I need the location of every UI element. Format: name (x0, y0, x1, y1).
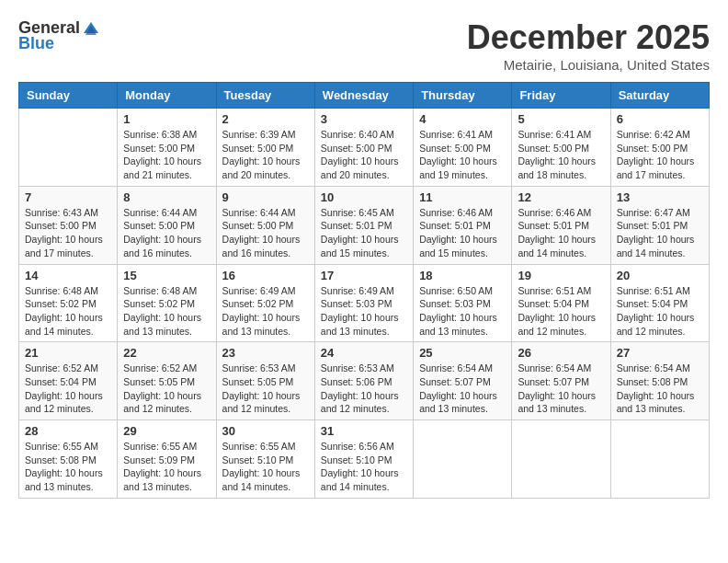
day-number: 8 (123, 190, 210, 204)
day-info: Sunrise: 6:40 AM Sunset: 5:00 PM Dayligh… (321, 128, 407, 182)
month-title: December 2025 (467, 18, 710, 57)
sunset-text: Sunset: 5:00 PM (25, 220, 97, 231)
logo-blue-text: Blue (18, 34, 54, 53)
day-number: 16 (222, 269, 309, 282)
calendar-day-cell: 15 Sunrise: 6:48 AM Sunset: 5:02 PM Dayl… (118, 264, 216, 342)
day-info: Sunrise: 6:43 AM Sunset: 5:00 PM Dayligh… (25, 206, 111, 260)
sunset-text: Sunset: 5:09 PM (123, 454, 195, 465)
daylight-text: Daylight: 10 hours and 13 minutes. (222, 312, 301, 337)
calendar-day-header: Saturday (610, 83, 709, 109)
daylight-text: Daylight: 10 hours and 13 minutes. (123, 312, 201, 337)
daylight-text: Daylight: 10 hours and 14 minutes. (25, 312, 103, 337)
calendar-day-cell: 18 Sunrise: 6:50 AM Sunset: 5:03 PM Dayl… (414, 264, 512, 342)
daylight-text: Daylight: 10 hours and 16 minutes. (123, 234, 201, 259)
day-info: Sunrise: 6:45 AM Sunset: 5:01 PM Dayligh… (321, 206, 407, 260)
day-info: Sunrise: 6:48 AM Sunset: 5:02 PM Dayligh… (123, 284, 210, 339)
day-number: 9 (222, 190, 309, 204)
sunset-text: Sunset: 5:04 PM (518, 298, 589, 309)
calendar-day-cell: 19 Sunrise: 6:51 AM Sunset: 5:04 PM Dayl… (512, 264, 610, 342)
sunset-text: Sunset: 5:02 PM (25, 298, 97, 309)
sunset-text: Sunset: 5:02 PM (123, 298, 195, 309)
day-number: 22 (123, 346, 210, 360)
sunrise-text: Sunrise: 6:54 AM (518, 362, 591, 373)
sunrise-text: Sunrise: 6:51 AM (518, 285, 591, 296)
calendar-day-cell: 24 Sunrise: 6:53 AM Sunset: 5:06 PM Dayl… (314, 342, 413, 420)
day-number: 2 (222, 112, 309, 126)
day-number: 27 (617, 346, 703, 360)
daylight-text: Daylight: 10 hours and 16 minutes. (222, 234, 301, 259)
daylight-text: Daylight: 10 hours and 13 minutes. (25, 467, 103, 492)
daylight-text: Daylight: 10 hours and 21 minutes. (123, 155, 201, 180)
calendar-day-cell: 1 Sunrise: 6:38 AM Sunset: 5:00 PM Dayli… (118, 109, 216, 187)
day-number: 24 (321, 346, 407, 360)
sunset-text: Sunset: 5:01 PM (518, 220, 589, 231)
daylight-text: Daylight: 10 hours and 13 minutes. (123, 467, 201, 492)
calendar-day-cell: 3 Sunrise: 6:40 AM Sunset: 5:00 PM Dayli… (314, 109, 413, 187)
calendar-day-header: Tuesday (216, 83, 314, 109)
day-number: 12 (518, 190, 604, 204)
calendar-day-header: Friday (512, 83, 610, 109)
day-info: Sunrise: 6:54 AM Sunset: 5:07 PM Dayligh… (518, 362, 604, 416)
calendar-day-cell (414, 420, 512, 499)
sunset-text: Sunset: 5:04 PM (25, 376, 97, 387)
sunrise-text: Sunrise: 6:55 AM (123, 441, 197, 452)
day-info: Sunrise: 6:53 AM Sunset: 5:05 PM Dayligh… (222, 362, 309, 416)
day-number: 4 (419, 112, 506, 126)
daylight-text: Daylight: 10 hours and 15 minutes. (419, 234, 497, 259)
day-info: Sunrise: 6:47 AM Sunset: 5:01 PM Dayligh… (617, 206, 703, 260)
sunset-text: Sunset: 5:00 PM (222, 143, 294, 154)
daylight-text: Daylight: 10 hours and 12 minutes. (518, 312, 596, 337)
sunrise-text: Sunrise: 6:42 AM (617, 129, 690, 140)
calendar-day-cell: 8 Sunrise: 6:44 AM Sunset: 5:00 PM Dayli… (118, 186, 216, 264)
daylight-text: Daylight: 10 hours and 19 minutes. (419, 155, 497, 180)
sunset-text: Sunset: 5:01 PM (617, 220, 688, 231)
day-number: 26 (518, 346, 604, 360)
daylight-text: Daylight: 10 hours and 20 minutes. (321, 155, 399, 180)
sunset-text: Sunset: 5:05 PM (123, 376, 195, 387)
calendar-day-cell: 2 Sunrise: 6:39 AM Sunset: 5:00 PM Dayli… (216, 109, 314, 187)
sunset-text: Sunset: 5:03 PM (419, 298, 491, 309)
day-info: Sunrise: 6:38 AM Sunset: 5:00 PM Dayligh… (123, 128, 210, 182)
day-info: Sunrise: 6:52 AM Sunset: 5:04 PM Dayligh… (25, 362, 111, 416)
calendar-day-cell (610, 420, 709, 499)
day-number: 1 (123, 112, 210, 126)
daylight-text: Daylight: 10 hours and 18 minutes. (518, 155, 596, 180)
sunrise-text: Sunrise: 6:41 AM (419, 129, 493, 140)
sunset-text: Sunset: 5:00 PM (419, 143, 491, 154)
sunset-text: Sunset: 5:07 PM (518, 376, 589, 387)
sunset-text: Sunset: 5:00 PM (518, 143, 589, 154)
sunrise-text: Sunrise: 6:40 AM (321, 129, 394, 140)
sunset-text: Sunset: 5:04 PM (617, 298, 688, 309)
calendar-day-cell (512, 420, 610, 499)
daylight-text: Daylight: 10 hours and 17 minutes. (25, 234, 103, 259)
day-info: Sunrise: 6:39 AM Sunset: 5:00 PM Dayligh… (222, 128, 309, 182)
day-info: Sunrise: 6:44 AM Sunset: 5:00 PM Dayligh… (222, 206, 309, 260)
day-number: 11 (419, 190, 506, 204)
day-number: 10 (321, 190, 407, 204)
calendar-week-row: 21 Sunrise: 6:52 AM Sunset: 5:04 PM Dayl… (19, 342, 710, 420)
day-number: 18 (419, 269, 506, 282)
daylight-text: Daylight: 10 hours and 13 minutes. (419, 390, 497, 415)
sunset-text: Sunset: 5:06 PM (321, 376, 392, 387)
sunrise-text: Sunrise: 6:46 AM (419, 207, 493, 218)
sunrise-text: Sunrise: 6:50 AM (419, 285, 493, 296)
sunset-text: Sunset: 5:02 PM (222, 298, 294, 309)
daylight-text: Daylight: 10 hours and 15 minutes. (321, 234, 399, 259)
daylight-text: Daylight: 10 hours and 12 minutes. (617, 312, 695, 337)
logo-icon (82, 20, 100, 37)
day-number: 31 (321, 424, 407, 438)
day-info: Sunrise: 6:44 AM Sunset: 5:00 PM Dayligh… (123, 206, 210, 260)
day-number: 7 (25, 190, 111, 204)
day-number: 6 (617, 112, 703, 126)
calendar-day-cell (19, 109, 118, 187)
day-number: 28 (25, 424, 111, 438)
day-number: 30 (222, 424, 309, 438)
sunrise-text: Sunrise: 6:49 AM (222, 285, 296, 296)
sunrise-text: Sunrise: 6:44 AM (123, 207, 197, 218)
sunrise-text: Sunrise: 6:45 AM (321, 207, 394, 218)
day-info: Sunrise: 6:54 AM Sunset: 5:07 PM Dayligh… (419, 362, 506, 416)
calendar-day-cell: 7 Sunrise: 6:43 AM Sunset: 5:00 PM Dayli… (19, 186, 118, 264)
sunrise-text: Sunrise: 6:44 AM (222, 207, 296, 218)
sunrise-text: Sunrise: 6:53 AM (222, 362, 296, 373)
day-info: Sunrise: 6:41 AM Sunset: 5:00 PM Dayligh… (419, 128, 506, 182)
